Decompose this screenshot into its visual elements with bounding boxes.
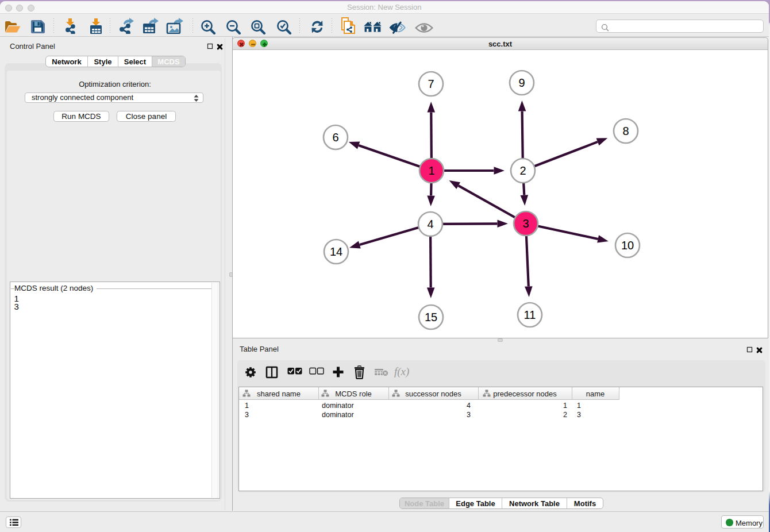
svg-text:1: 1 bbox=[428, 164, 434, 177]
svg-text:10: 10 bbox=[621, 239, 634, 252]
svg-text:9: 9 bbox=[518, 76, 525, 89]
svg-text:15: 15 bbox=[425, 311, 437, 323]
svg-text:3: 3 bbox=[522, 217, 529, 230]
svg-text:2: 2 bbox=[519, 164, 526, 177]
svg-text:14: 14 bbox=[330, 245, 342, 258]
svg-text:11: 11 bbox=[524, 309, 536, 321]
svg-text:6: 6 bbox=[332, 131, 338, 144]
svg-text:7: 7 bbox=[428, 78, 434, 90]
svg-text:4: 4 bbox=[427, 218, 433, 230]
svg-text:8: 8 bbox=[622, 125, 629, 137]
